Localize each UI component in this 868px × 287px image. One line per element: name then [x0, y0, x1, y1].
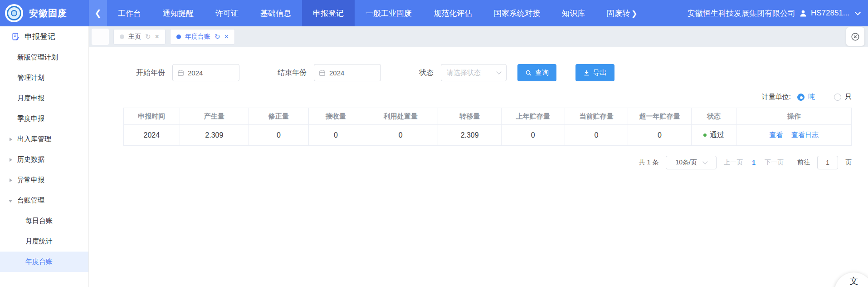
sidebar-item-label: 异常申报 — [17, 176, 44, 184]
sidebar-item-monthly-declare[interactable]: 月度申报 — [0, 88, 88, 109]
sidebar-item-history-data[interactable]: 历史数据 — [0, 149, 88, 170]
sidebar-item-ledger-mgmt[interactable]: 台账管理 — [0, 190, 88, 211]
view-log-link[interactable]: 查看日志 — [791, 131, 819, 139]
col-header: 利用处置量 — [363, 108, 438, 125]
col-header: 修正量 — [249, 108, 309, 125]
circled-close-icon — [850, 32, 860, 42]
export-button[interactable]: 导出 — [575, 64, 614, 81]
app-logo-icon — [5, 4, 23, 22]
user-id[interactable]: HS72851... — [811, 9, 849, 18]
cell-produced: 2.309 — [180, 125, 249, 146]
cell-over-year-stored: 0 — [628, 125, 692, 146]
sidebar-item-in-out-storage[interactable]: 出入库管理 — [0, 129, 88, 149]
radio-checked-icon — [797, 94, 805, 101]
unit-radio-piece[interactable]: 只 — [834, 93, 852, 101]
unit-radio-ton[interactable]: 吨 — [797, 93, 815, 101]
close-icon[interactable]: × — [155, 33, 159, 41]
nav-menu: 工作台 通知提醒 许可证 基础信息 申报登记 一般工业固废 规范化评估 国家系统… — [107, 0, 630, 26]
nav-item-license[interactable]: 许可证 — [205, 0, 249, 26]
calendar-icon — [177, 69, 184, 76]
tab-scroll-left-button[interactable] — [92, 29, 109, 45]
sidebar-item-daily-ledger[interactable]: 每日台账 — [0, 211, 88, 231]
table-header-row: 申报时间 产生量 修正量 接收量 利用处置量 转移量 上年贮存量 当前贮存量 超… — [124, 108, 852, 125]
pagination: 共 1 条 10条/页 上一页 1 下一页 前往 页 — [89, 156, 852, 169]
sidebar-item-new-mgmt-plan[interactable]: 新版管理计划 — [0, 47, 88, 68]
ledger-table: 申报时间 产生量 修正量 接收量 利用处置量 转移量 上年贮存量 当前贮存量 超… — [123, 108, 852, 146]
col-header: 操作 — [736, 108, 852, 125]
tab-home[interactable]: 主页 ↻ × — [113, 29, 166, 45]
caret-right-icon — [10, 158, 12, 162]
next-page-button[interactable]: 下一页 — [765, 158, 784, 167]
main-area: 申报登记 新版管理计划 管理计划 月度申报 季度申报 出入库管理 历史数据 异常… — [0, 26, 868, 287]
goto-page-input[interactable] — [817, 156, 838, 169]
nav-item-notifications[interactable]: 通知提醒 — [152, 0, 205, 26]
chevron-down-icon[interactable] — [855, 10, 861, 15]
top-nav: 安徽固废 ❮ 工作台 通知提醒 许可证 基础信息 申报登记 一般工业固废 规范化… — [0, 0, 868, 26]
sidebar-title-label: 申报登记 — [24, 31, 55, 42]
col-header: 转移量 — [438, 108, 502, 125]
translate-float-button[interactable]: 文 — [834, 272, 868, 287]
search-button[interactable]: 查询 — [517, 64, 556, 81]
nav-item-basic-info[interactable]: 基础信息 — [249, 0, 302, 26]
view-link[interactable]: 查看 — [769, 131, 783, 139]
sidebar-item-quarterly-declare[interactable]: 季度申报 — [0, 109, 88, 129]
cell-declare-time: 2024 — [124, 125, 180, 146]
app-title: 安徽固废 — [29, 7, 67, 20]
page-size-select[interactable]: 10条/页 — [666, 156, 717, 169]
nav-scroll-right-button[interactable]: ❯ — [630, 0, 640, 26]
nav-item-knowledge-base[interactable]: 知识库 — [551, 0, 596, 26]
goto-unit-label: 页 — [845, 158, 852, 167]
end-year-input[interactable] — [329, 69, 370, 77]
calendar-icon — [319, 69, 326, 76]
col-header: 接收量 — [308, 108, 363, 125]
sidebar-item-label: 台账管理 — [17, 196, 44, 205]
nav-item-national-system[interactable]: 国家系统对接 — [483, 0, 551, 26]
refresh-icon[interactable]: ↻ — [145, 33, 151, 41]
status-badge: 通过 — [710, 130, 724, 140]
tab-annual-ledger[interactable]: 年度台账 ↻ × — [170, 29, 235, 45]
page-size-value: 10条/页 — [675, 158, 697, 167]
cell-last-year-stored: 0 — [501, 125, 565, 146]
sidebar-item-monthly-stats[interactable]: 月度统计 — [0, 231, 88, 252]
radio-label: 吨 — [808, 93, 815, 101]
close-all-tabs-button[interactable] — [846, 27, 864, 46]
tab-label: 主页 — [128, 33, 141, 41]
caret-right-icon — [10, 138, 12, 141]
chevron-left-icon: ❮ — [94, 8, 101, 18]
start-year-picker[interactable] — [172, 64, 239, 81]
nav-item-standard-evaluation[interactable]: 规范化评估 — [423, 0, 483, 26]
close-icon[interactable]: × — [224, 33, 229, 41]
end-year-picker[interactable] — [314, 64, 381, 81]
sidebar-item-abnormal-declare[interactable]: 异常申报 — [0, 170, 88, 190]
refresh-icon[interactable]: ↻ — [215, 33, 220, 41]
user-area: 安徽恒生科技发展集团有限公司 HS72851... — [688, 0, 868, 26]
radio-unchecked-icon — [834, 94, 841, 101]
chevron-down-icon — [496, 69, 501, 74]
nav-item-declaration[interactable]: 申报登记 — [302, 0, 355, 26]
goto-label: 前往 — [797, 158, 810, 167]
cell-transferred: 2.309 — [438, 125, 502, 146]
translate-icon: 文 — [850, 275, 858, 287]
nav-item-general-industrial-waste[interactable]: 一般工业固废 — [355, 0, 423, 26]
sidebar: 申报登记 新版管理计划 管理计划 月度申报 季度申报 出入库管理 历史数据 异常… — [0, 26, 89, 287]
sidebar-collapse-button[interactable]: ❮ — [89, 0, 107, 26]
tab-label: 年度台账 — [185, 33, 210, 41]
start-year-input[interactable] — [188, 69, 229, 77]
col-header: 状态 — [691, 108, 736, 125]
status-select[interactable]: 请选择状态 — [441, 64, 507, 81]
start-year-label: 开始年份 — [136, 68, 165, 78]
user-icon — [799, 9, 807, 17]
nav-item-waste-transfer[interactable]: 固废转 — [596, 0, 630, 26]
current-page[interactable]: 1 — [750, 159, 757, 166]
nav-item-workbench[interactable]: 工作台 — [107, 0, 152, 26]
cell-current-stored: 0 — [565, 125, 628, 146]
prev-page-button[interactable]: 上一页 — [724, 158, 743, 167]
brand-area: 安徽固废 — [0, 0, 89, 26]
unit-label: 计量单位: — [762, 93, 791, 101]
sidebar-item-annual-ledger[interactable]: 年度台账 — [0, 252, 88, 272]
caret-down-icon — [9, 200, 12, 203]
chevron-right-icon: ❯ — [631, 9, 637, 18]
tab-strip: 主页 ↻ × 年度台账 ↻ × — [89, 26, 868, 47]
download-icon — [583, 69, 590, 76]
sidebar-item-mgmt-plan[interactable]: 管理计划 — [0, 68, 88, 88]
